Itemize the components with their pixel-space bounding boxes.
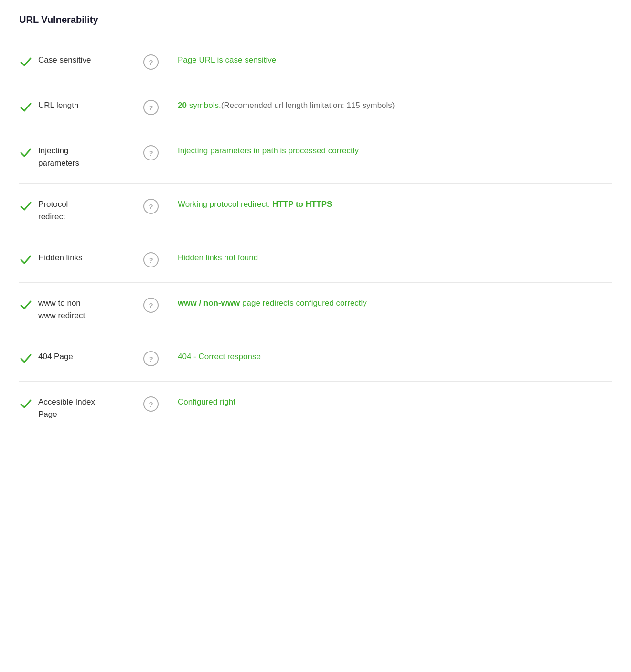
message-accessible-index: Configured right [178, 396, 612, 408]
message-case-sensitive: Page URL is case sensitive [178, 54, 612, 66]
check-icon [19, 397, 38, 412]
help-icon-url-length[interactable]: ? [143, 100, 159, 115]
label-hidden-links: Hidden links [38, 252, 134, 264]
main-container: URL Vulnerability Case sensitive?Page UR… [0, 0, 631, 672]
check-item-www-redirect: www to non www redirect?www / non-www pa… [19, 283, 612, 336]
check-list: Case sensitive?Page URL is case sensitiv… [19, 40, 612, 435]
label-case-sensitive: Case sensitive [38, 54, 134, 66]
message-hidden-links: Hidden links not found [178, 252, 612, 264]
message-injecting-parameters: Injecting parameters in path is processe… [178, 145, 612, 157]
help-icon-injecting-parameters[interactable]: ? [143, 145, 159, 160]
help-icon-www-redirect[interactable]: ? [143, 298, 159, 313]
label-accessible-index: Accesible Index Page [38, 396, 134, 420]
message-url-length: 20 symbols.(Recomended url length limita… [178, 99, 612, 112]
check-icon [19, 100, 38, 116]
label-404-page: 404 Page [38, 351, 134, 363]
help-icon-protocol-redirect[interactable]: ? [143, 199, 159, 214]
help-icon-accessible-index[interactable]: ? [143, 396, 159, 412]
message-www-redirect: www / non-www page redirects configured … [178, 297, 612, 309]
label-www-redirect: www to non www redirect [38, 297, 134, 321]
check-item-accessible-index: Accesible Index Page?Configured right [19, 382, 612, 435]
check-item-protocol-redirect: Protocol redirect?Working protocol redir… [19, 184, 612, 237]
message-protocol-redirect: Working protocol redirect: HTTP to HTTPS [178, 198, 612, 211]
check-item-404-page: 404 Page?404 - Correct response [19, 336, 612, 382]
check-icon [19, 298, 38, 313]
check-icon [19, 55, 38, 70]
help-icon-hidden-links[interactable]: ? [143, 252, 159, 267]
check-icon [19, 352, 38, 367]
check-item-case-sensitive: Case sensitive?Page URL is case sensitiv… [19, 40, 612, 85]
check-item-hidden-links: Hidden links?Hidden links not found [19, 237, 612, 283]
check-item-injecting-parameters: Injecting parameters?Injecting parameter… [19, 130, 612, 184]
label-url-length: URL length [38, 99, 134, 112]
message-404-page: 404 - Correct response [178, 351, 612, 363]
check-icon [19, 253, 38, 268]
help-icon-404-page[interactable]: ? [143, 351, 159, 366]
page-title: URL Vulnerability [19, 14, 612, 25]
label-protocol-redirect: Protocol redirect [38, 198, 134, 223]
label-injecting-parameters: Injecting parameters [38, 145, 134, 169]
check-icon [19, 146, 38, 161]
help-icon-case-sensitive[interactable]: ? [143, 54, 159, 70]
check-item-url-length: URL length?20 symbols.(Recomended url le… [19, 85, 612, 130]
check-icon [19, 199, 38, 214]
